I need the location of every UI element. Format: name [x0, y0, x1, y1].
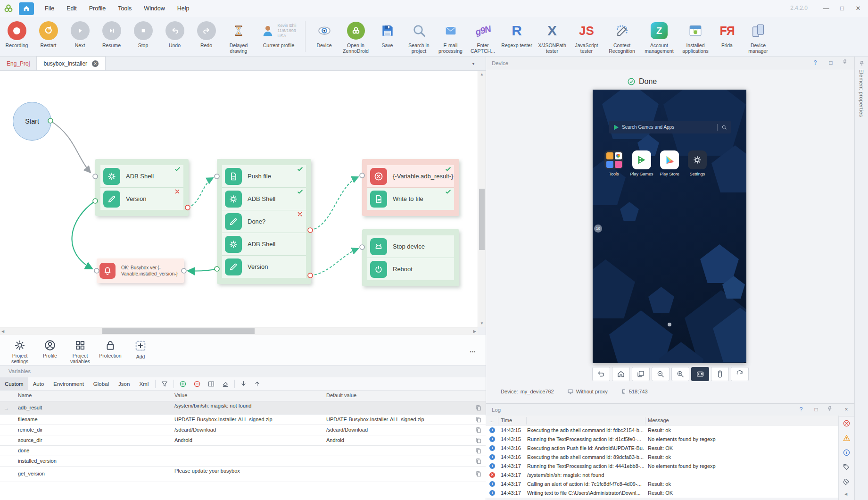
action-reboot[interactable]: Reboot [367, 258, 454, 280]
filter-icon[interactable] [157, 377, 172, 390]
toolbar-button-open-in-zennodroid[interactable]: Open in ZennoDroid [340, 17, 372, 54]
copy-icon[interactable] [475, 437, 482, 444]
device-screen[interactable]: Search Games and AppsToolsPlay GamesPlay… [593, 90, 746, 363]
filter-warnings-icon[interactable] [843, 434, 851, 442]
projectbar-protection[interactable]: Protection [95, 335, 125, 365]
projectbar-project-variables[interactable]: Project variables [65, 335, 95, 365]
variable-row-remote_dir[interactable]: remote_dir/sdcard/Download/sdcard/Downlo… [0, 425, 486, 435]
zoom-out-button[interactable] [652, 367, 670, 381]
action-adb-shell[interactable]: ADB Shell [222, 233, 306, 256]
tag-icon[interactable] [843, 463, 850, 471]
copy-icon[interactable] [475, 458, 482, 465]
action-version[interactable]: Version [100, 188, 183, 210]
clear-values-icon[interactable] [218, 377, 232, 390]
variables-tab-auto[interactable]: Auto [28, 377, 49, 390]
copy-icon[interactable] [475, 427, 482, 433]
toolbar-button-context-recognition[interactable]: Context Recognition [603, 17, 641, 54]
recents-button[interactable] [632, 367, 650, 381]
log-row[interactable]: i14:43:17Writing text to file C:\Users\A… [486, 489, 838, 498]
action-stop-device[interactable]: Stop device [367, 235, 454, 258]
variable-value[interactable]: Android [174, 437, 316, 443]
keymapping-button[interactable] [691, 367, 709, 381]
log-maximize-icon[interactable]: □ [812, 406, 820, 413]
variable-value[interactable]: /sdcard/Download [174, 427, 316, 433]
variable-row-done[interactable]: done [0, 446, 486, 456]
log-row[interactable]: i14:43:17Running the TextProcessing acti… [486, 462, 838, 471]
scroll-right-icon[interactable]: ▶ [473, 329, 476, 333]
toolbar-button-regexp-tester[interactable]: RRegexp tester [499, 17, 534, 48]
log-row[interactable]: i14:43:17Calling an alert of action id: … [486, 480, 838, 489]
app-settings[interactable]: Settings [685, 150, 710, 176]
projectbar-project-settings[interactable]: Project settings [5, 335, 35, 365]
filter-info-icon[interactable] [843, 449, 851, 457]
tab-close-icon[interactable]: ✕ [92, 60, 99, 67]
column-header-value[interactable]: Value [174, 392, 187, 398]
action-variable-adb-result[interactable]: {-Variable.adb_result-} [367, 165, 454, 188]
toolbar-button-restart[interactable]: Restart [33, 17, 64, 48]
toolbar-button-current-profile[interactable]: Kevin Ehli11/6/1993USACurrent profile [255, 17, 302, 48]
variable-name[interactable]: get_version [18, 471, 159, 476]
variable-name[interactable]: filename [18, 417, 159, 422]
menu-window[interactable]: Window [138, 0, 171, 17]
log-row[interactable]: ✕14:43:17/system/bin/sh: magisk: not fou… [486, 471, 838, 480]
variables-tab-xml[interactable]: Xml [134, 377, 153, 390]
toolbar-button-enter-captch[interactable]: g9NEnter CAPTCH... [466, 17, 499, 54]
action-write-to-file[interactable]: Write to file [367, 188, 454, 210]
action-version[interactable]: Version [222, 256, 306, 278]
close-button[interactable]: ✕ [853, 4, 863, 13]
log-col-time[interactable]: Time [501, 417, 512, 423]
variable-name[interactable]: remote_dir [18, 427, 159, 433]
menu-edit[interactable]: Edit [60, 0, 83, 17]
log-col-message[interactable]: Message [648, 417, 669, 423]
copy-icon[interactable] [475, 448, 482, 454]
variable-name[interactable]: done [18, 448, 159, 453]
toolbar-button-installed-applications[interactable]: Installed applications [678, 17, 713, 54]
column-header-default-value[interactable]: Default value [326, 392, 356, 398]
scroll-up-icon[interactable]: ▲ [478, 71, 486, 76]
scroll-left-icon[interactable]: ◀ [1, 329, 4, 333]
toolbar-button-next[interactable]: Next [64, 17, 96, 48]
variable-name[interactable]: source_dir [18, 437, 159, 443]
action-adb-shell[interactable]: ADB Shell [222, 188, 306, 210]
tab-eng_proj[interactable]: Eng_Proj [0, 57, 36, 70]
toolbar-button-resume[interactable]: Resume [96, 17, 127, 48]
menu-help[interactable]: Help [171, 0, 196, 17]
start-node[interactable]: Start [13, 102, 51, 141]
tags-icon[interactable] [843, 478, 850, 485]
action-push-file[interactable]: Push file [222, 165, 306, 188]
log-pin-icon[interactable] [827, 406, 835, 413]
app-play-store[interactable]: Play Store [657, 150, 682, 176]
filter-errors-icon[interactable] [843, 419, 851, 427]
variable-value[interactable]: UPDATE-Busybox.Installer-ALL-signed.zip [174, 417, 316, 422]
collapse-arrow-icon[interactable]: ◀ [844, 492, 847, 496]
back-button[interactable] [592, 367, 610, 381]
log-col-dots[interactable]: ... [489, 417, 494, 423]
variable-row-source_dir[interactable]: source_dirAndroidAndroid [0, 435, 486, 446]
toolbar-button-account-management[interactable]: ZAccount management [641, 17, 678, 54]
toolbar-button-device[interactable]: Device [308, 17, 340, 48]
element-properties-strip[interactable]: Element properties [854, 57, 868, 500]
move-down-icon[interactable] [237, 377, 250, 390]
more-actions-button[interactable]: ... [470, 346, 476, 354]
variable-row-installed_version[interactable]: installed_version [0, 456, 486, 467]
toolbar-button-e-mail-processing[interactable]: E-mail processing [435, 17, 466, 54]
toolbar-button-redo[interactable]: Redo [190, 17, 222, 48]
canvas-vertical-scrollbar[interactable]: ▲ ▼ [478, 71, 486, 327]
sidebar-badge[interactable]: 10 [594, 225, 602, 233]
maximize-button[interactable]: □ [837, 4, 847, 13]
remove-variable-icon[interactable] [190, 377, 204, 390]
log-row[interactable]: i14:43:16Executing the adb shell command… [486, 453, 838, 462]
toolbar-button-save[interactable]: Save [372, 17, 403, 48]
column-header-name[interactable]: Name [18, 392, 32, 398]
toolbar-button-recording[interactable]: Recording [1, 17, 33, 48]
toolbar-button-stop[interactable]: Stop [127, 17, 159, 48]
home-button[interactable] [19, 2, 34, 15]
variable-row-adb_result[interactable]: →adb_result/system/bin/sh: magisk: not f… [0, 401, 486, 415]
variables-tab-environment[interactable]: Environment [49, 377, 89, 390]
device-help-icon[interactable]: ? [811, 59, 819, 67]
home-button-device[interactable] [612, 367, 630, 381]
tab-list-dropdown-icon[interactable]: ▼ [471, 62, 475, 66]
variable-row-filename[interactable]: filenameUPDATE-Busybox.Installer-ALL-sig… [0, 415, 486, 425]
refresh-button[interactable] [731, 367, 749, 381]
log-row[interactable]: i14:43:15Running the TextProcessing acti… [486, 435, 838, 444]
